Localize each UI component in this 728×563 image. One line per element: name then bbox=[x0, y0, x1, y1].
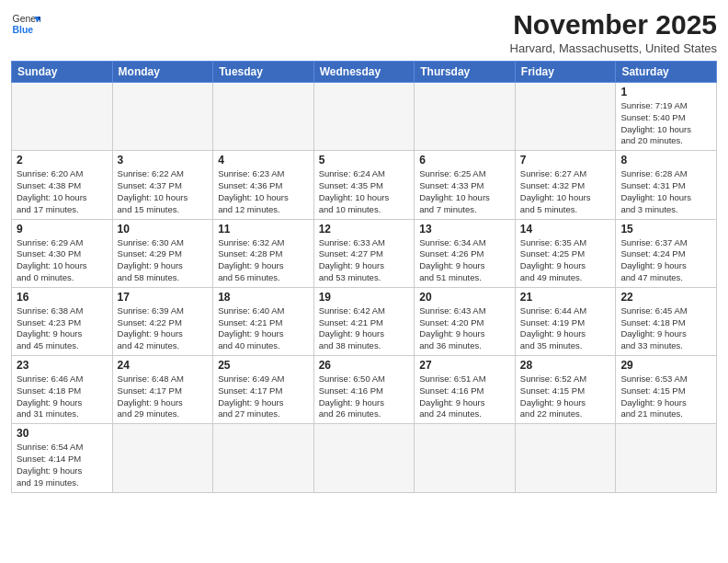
day-cell bbox=[12, 83, 113, 151]
day-cell: 28Sunrise: 6:52 AMSunset: 4:15 PMDayligh… bbox=[515, 356, 616, 424]
day-number: 26 bbox=[319, 359, 410, 372]
day-number: 6 bbox=[419, 154, 510, 167]
day-number: 10 bbox=[118, 223, 209, 236]
day-cell: 7Sunrise: 6:27 AMSunset: 4:32 PMDaylight… bbox=[515, 151, 616, 219]
day-cell: 1Sunrise: 7:19 AMSunset: 5:40 PMDaylight… bbox=[616, 83, 717, 151]
day-number: 25 bbox=[218, 359, 309, 372]
day-cell: 19Sunrise: 6:42 AMSunset: 4:21 PMDayligh… bbox=[313, 287, 415, 355]
day-info: Sunrise: 6:33 AMSunset: 4:27 PMDaylight:… bbox=[319, 237, 410, 284]
day-cell bbox=[415, 83, 516, 151]
day-info: Sunrise: 6:49 AMSunset: 4:17 PMDaylight:… bbox=[218, 373, 309, 420]
day-cell bbox=[415, 424, 516, 492]
day-info: Sunrise: 6:46 AMSunset: 4:18 PMDaylight:… bbox=[17, 373, 108, 420]
week-row-3: 9Sunrise: 6:29 AMSunset: 4:30 PMDaylight… bbox=[12, 219, 717, 287]
day-info: Sunrise: 6:38 AMSunset: 4:23 PMDaylight:… bbox=[17, 305, 108, 352]
day-number: 2 bbox=[17, 154, 108, 167]
day-cell: 22Sunrise: 6:45 AMSunset: 4:18 PMDayligh… bbox=[616, 287, 717, 355]
svg-text:Blue: Blue bbox=[13, 25, 34, 35]
day-info: Sunrise: 6:32 AMSunset: 4:28 PMDaylight:… bbox=[218, 237, 309, 284]
col-monday: Monday bbox=[112, 62, 213, 83]
day-cell: 24Sunrise: 6:48 AMSunset: 4:17 PMDayligh… bbox=[112, 356, 213, 424]
calendar-table: Sunday Monday Tuesday Wednesday Thursday… bbox=[11, 61, 717, 493]
day-number: 27 bbox=[419, 359, 510, 372]
day-number: 18 bbox=[218, 291, 309, 304]
day-number: 28 bbox=[520, 359, 611, 372]
day-cell: 6Sunrise: 6:25 AMSunset: 4:33 PMDaylight… bbox=[415, 151, 516, 219]
week-row-6: 30Sunrise: 6:54 AMSunset: 4:14 PMDayligh… bbox=[12, 424, 717, 492]
day-info: Sunrise: 6:54 AMSunset: 4:14 PMDaylight:… bbox=[17, 442, 108, 488]
generalblue-logo-icon: General Blue bbox=[11, 9, 40, 39]
day-info: Sunrise: 6:23 AMSunset: 4:36 PMDaylight:… bbox=[218, 168, 309, 215]
day-number: 30 bbox=[17, 427, 108, 440]
day-number: 8 bbox=[620, 154, 711, 167]
day-cell: 15Sunrise: 6:37 AMSunset: 4:24 PMDayligh… bbox=[616, 219, 717, 287]
day-number: 14 bbox=[520, 223, 611, 236]
day-info: Sunrise: 6:24 AMSunset: 4:35 PMDaylight:… bbox=[319, 168, 410, 215]
day-number: 12 bbox=[319, 223, 410, 236]
day-info: Sunrise: 6:35 AMSunset: 4:25 PMDaylight:… bbox=[520, 237, 611, 284]
day-cell bbox=[515, 83, 616, 151]
day-cell bbox=[213, 83, 314, 151]
day-cell: 17Sunrise: 6:39 AMSunset: 4:22 PMDayligh… bbox=[112, 287, 213, 355]
day-info: Sunrise: 6:29 AMSunset: 4:30 PMDaylight:… bbox=[17, 237, 108, 284]
day-cell bbox=[515, 424, 616, 492]
day-cell: 10Sunrise: 6:30 AMSunset: 4:29 PMDayligh… bbox=[112, 219, 213, 287]
day-cell: 18Sunrise: 6:40 AMSunset: 4:21 PMDayligh… bbox=[213, 287, 314, 355]
col-friday: Friday bbox=[515, 62, 616, 83]
day-number: 13 bbox=[419, 223, 510, 236]
day-number: 3 bbox=[118, 154, 209, 167]
day-cell: 8Sunrise: 6:28 AMSunset: 4:31 PMDaylight… bbox=[616, 151, 717, 219]
day-info: Sunrise: 6:52 AMSunset: 4:15 PMDaylight:… bbox=[520, 373, 611, 420]
day-number: 1 bbox=[620, 86, 711, 98]
col-thursday: Thursday bbox=[415, 62, 516, 83]
day-cell: 2Sunrise: 6:20 AMSunset: 4:38 PMDaylight… bbox=[12, 151, 113, 219]
day-info: Sunrise: 6:30 AMSunset: 4:29 PMDaylight:… bbox=[118, 237, 209, 284]
day-info: Sunrise: 6:22 AMSunset: 4:37 PMDaylight:… bbox=[118, 168, 209, 215]
location: Harvard, Massachusetts, United States bbox=[510, 41, 717, 55]
day-info: Sunrise: 6:34 AMSunset: 4:26 PMDaylight:… bbox=[419, 237, 510, 284]
day-cell bbox=[616, 424, 717, 492]
day-number: 19 bbox=[319, 291, 410, 304]
day-info: Sunrise: 6:51 AMSunset: 4:16 PMDaylight:… bbox=[419, 373, 510, 420]
day-number: 23 bbox=[17, 359, 108, 372]
day-number: 29 bbox=[620, 359, 711, 372]
day-number: 22 bbox=[620, 291, 711, 304]
day-cell: 3Sunrise: 6:22 AMSunset: 4:37 PMDaylight… bbox=[112, 151, 213, 219]
col-wednesday: Wednesday bbox=[313, 62, 415, 83]
day-cell bbox=[313, 83, 415, 151]
col-saturday: Saturday bbox=[616, 62, 717, 83]
day-info: Sunrise: 6:20 AMSunset: 4:38 PMDaylight:… bbox=[17, 168, 108, 215]
col-tuesday: Tuesday bbox=[213, 62, 314, 83]
day-info: Sunrise: 6:27 AMSunset: 4:32 PMDaylight:… bbox=[520, 168, 611, 215]
week-row-2: 2Sunrise: 6:20 AMSunset: 4:38 PMDaylight… bbox=[12, 151, 717, 219]
header: General Blue November 2025 Harvard, Mass… bbox=[11, 9, 717, 55]
day-cell: 25Sunrise: 6:49 AMSunset: 4:17 PMDayligh… bbox=[213, 356, 314, 424]
day-cell: 29Sunrise: 6:53 AMSunset: 4:15 PMDayligh… bbox=[616, 356, 717, 424]
day-info: Sunrise: 7:19 AMSunset: 5:40 PMDaylight:… bbox=[620, 100, 711, 147]
day-cell bbox=[112, 83, 213, 151]
day-number: 9 bbox=[17, 223, 108, 236]
day-info: Sunrise: 6:50 AMSunset: 4:16 PMDaylight:… bbox=[319, 373, 410, 420]
day-cell bbox=[213, 424, 314, 492]
day-number: 11 bbox=[218, 223, 309, 236]
day-info: Sunrise: 6:25 AMSunset: 4:33 PMDaylight:… bbox=[419, 168, 510, 215]
day-info: Sunrise: 6:40 AMSunset: 4:21 PMDaylight:… bbox=[218, 305, 309, 352]
day-number: 24 bbox=[118, 359, 209, 372]
day-info: Sunrise: 6:39 AMSunset: 4:22 PMDaylight:… bbox=[118, 305, 209, 352]
day-cell: 21Sunrise: 6:44 AMSunset: 4:19 PMDayligh… bbox=[515, 287, 616, 355]
day-cell: 5Sunrise: 6:24 AMSunset: 4:35 PMDaylight… bbox=[313, 151, 415, 219]
day-number: 15 bbox=[620, 223, 711, 236]
day-info: Sunrise: 6:28 AMSunset: 4:31 PMDaylight:… bbox=[620, 168, 711, 215]
day-cell: 23Sunrise: 6:46 AMSunset: 4:18 PMDayligh… bbox=[12, 356, 113, 424]
day-number: 5 bbox=[319, 154, 410, 167]
day-info: Sunrise: 6:48 AMSunset: 4:17 PMDaylight:… bbox=[118, 373, 209, 420]
day-info: Sunrise: 6:42 AMSunset: 4:21 PMDaylight:… bbox=[319, 305, 410, 352]
day-cell: 11Sunrise: 6:32 AMSunset: 4:28 PMDayligh… bbox=[213, 219, 314, 287]
day-number: 4 bbox=[218, 154, 309, 167]
day-cell: 9Sunrise: 6:29 AMSunset: 4:30 PMDaylight… bbox=[12, 219, 113, 287]
day-cell: 27Sunrise: 6:51 AMSunset: 4:16 PMDayligh… bbox=[415, 356, 516, 424]
month-title: November 2025 bbox=[510, 9, 717, 40]
day-cell: 16Sunrise: 6:38 AMSunset: 4:23 PMDayligh… bbox=[12, 287, 113, 355]
week-row-1: 1Sunrise: 7:19 AMSunset: 5:40 PMDaylight… bbox=[12, 83, 717, 151]
day-info: Sunrise: 6:53 AMSunset: 4:15 PMDaylight:… bbox=[620, 373, 711, 420]
